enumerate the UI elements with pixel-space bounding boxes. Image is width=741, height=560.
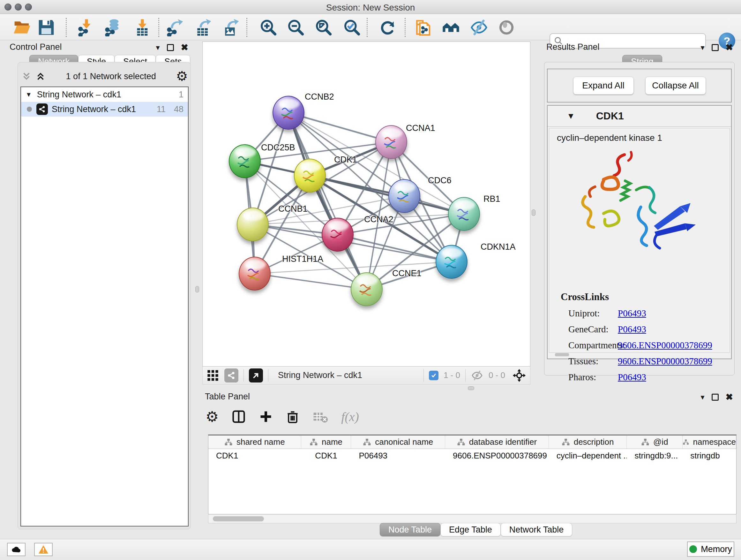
column-header-canonical-name[interactable]: canonical name — [351, 435, 445, 449]
houses-icon — [442, 18, 460, 37]
import-table-button[interactable] — [133, 18, 151, 37]
table-cell[interactable]: stringdb:9... — [627, 449, 683, 463]
import-network-database-button[interactable] — [104, 18, 123, 37]
crosslink-link[interactable]: P06493 — [618, 372, 646, 382]
table-cell[interactable]: stringdb — [683, 449, 736, 463]
network-node-CDC25B[interactable] — [229, 144, 261, 178]
table-row[interactable]: CDK1CDK1P064939606.ENSP00000378699cyclin… — [208, 449, 736, 463]
title-bar: Session: New Session — [0, 0, 741, 14]
bottom-splitter-handle[interactable] — [468, 386, 474, 390]
zoom-selected-icon — [343, 18, 361, 37]
network-node-CCNA1[interactable] — [375, 125, 407, 159]
expand-all-chevron-icon[interactable] — [35, 71, 46, 82]
network-node-CCNE1[interactable] — [351, 272, 383, 306]
column-header-name[interactable]: name — [301, 435, 351, 449]
expand-collapse-card: Expand All Collapse All — [547, 69, 732, 103]
add-column-icon[interactable] — [259, 410, 273, 424]
network-node-CCNA2[interactable] — [322, 218, 354, 252]
collapse-all-button[interactable]: Collapse All — [645, 77, 706, 95]
node-label-CDKN1A: CDKN1A — [481, 242, 516, 252]
graphics-details-button[interactable] — [497, 18, 516, 37]
table-cell[interactable]: cyclin–dependent ... — [549, 449, 627, 463]
network-node-CDK1[interactable] — [294, 159, 326, 192]
right-splitter-handle[interactable] — [532, 209, 536, 216]
network-canvas[interactable]: CCNB2CCNA1CDC25BCDK1CDC6RB1CCNB1CCNA2CDK… — [202, 42, 530, 367]
table-hscroll-thumb[interactable] — [213, 516, 264, 521]
crosslink-link[interactable]: 9606.ENSP00000378699 — [618, 356, 712, 367]
panel-menu-icon[interactable]: ▾ — [700, 43, 704, 52]
export-network-button[interactable] — [166, 18, 185, 37]
birdseye-toggle-button[interactable] — [206, 369, 219, 382]
zoom-in-icon — [259, 18, 278, 37]
close-panel-icon[interactable]: ✖ — [726, 42, 733, 53]
table-hscrollbar[interactable] — [208, 515, 737, 523]
column-header--id[interactable]: @id — [627, 435, 683, 449]
zoom-in-button[interactable] — [259, 18, 278, 37]
left-splitter-handle[interactable] — [195, 286, 199, 293]
network-node-CCNB2[interactable] — [273, 96, 305, 130]
table-cell[interactable]: 9606.ENSP00000378699 — [445, 449, 549, 463]
panel-menu-icon[interactable]: ▾ — [700, 393, 704, 401]
column-header-namespace[interactable]: namespace — [683, 435, 736, 449]
table-cell[interactable]: CDK1 — [208, 449, 301, 463]
close-panel-icon[interactable]: ✖ — [181, 42, 188, 53]
zoom-out-button[interactable] — [286, 18, 305, 37]
selected-checkbox-icon[interactable] — [429, 371, 439, 380]
panel-menu-icon[interactable]: ▾ — [156, 43, 159, 52]
crosslinks-section: CrossLinks Uniprot:P06493GeneCard:P06493… — [549, 291, 730, 382]
column-header-database-identifier[interactable]: database identifier — [445, 435, 549, 449]
memory-button[interactable]: Memory — [687, 542, 734, 557]
network-node-CCNB1[interactable] — [237, 207, 269, 241]
network-edge[interactable] — [255, 273, 367, 289]
results-hscroll-thumb[interactable] — [555, 353, 569, 356]
float-panel-icon[interactable] — [712, 394, 719, 401]
cloud-button[interactable] — [7, 543, 25, 556]
pan-mode-button[interactable] — [512, 368, 526, 382]
table-cell[interactable]: CDK1 — [301, 449, 351, 463]
houses-button[interactable] — [442, 18, 460, 37]
zoom-fit-button[interactable] — [314, 18, 333, 37]
tree-expander-icon[interactable]: ▼ — [25, 91, 32, 98]
network-row[interactable]: String Network – cdk1 11 48 — [21, 102, 188, 117]
delete-column-trash-icon[interactable] — [286, 410, 300, 424]
expand-all-button[interactable]: Expand All — [573, 77, 634, 95]
tab-network-table[interactable]: Network Table — [501, 523, 572, 537]
network-collection-row[interactable]: ▼ String Network – cdk1 1 — [21, 87, 188, 102]
network-node-RB1[interactable] — [448, 197, 480, 231]
network-node-CDC6[interactable] — [388, 179, 420, 213]
crosslink-link[interactable]: P06493 — [618, 324, 646, 334]
tab-edge-table[interactable]: Edge Table — [441, 523, 501, 537]
tab-node-table[interactable]: Node Table — [380, 523, 441, 537]
close-panel-icon[interactable]: ✖ — [726, 392, 733, 402]
crosslink-row: GeneCard:P06493 — [549, 324, 730, 334]
export-image-button[interactable] — [222, 18, 240, 37]
status-bar: Memory — [0, 539, 741, 560]
network-node-CDKN1A[interactable] — [435, 245, 468, 279]
table-settings-gear-icon[interactable]: ⚙ — [205, 410, 219, 423]
table-cell[interactable]: P06493 — [351, 449, 445, 463]
zoom-selected-button[interactable] — [343, 18, 361, 37]
warnings-button[interactable] — [34, 543, 53, 556]
network-node-HIST1H1A[interactable] — [239, 257, 271, 291]
column-header-description[interactable]: description — [549, 435, 627, 449]
new-network-from-selection-button[interactable] — [414, 18, 432, 37]
gear-icon[interactable]: ⚙ — [176, 70, 188, 83]
protein-card-header[interactable]: ▼ CDK1 — [548, 106, 731, 127]
crosslink-link[interactable]: P06493 — [618, 308, 646, 319]
export-table-button[interactable] — [194, 18, 212, 37]
table-type-tabs: Node TableEdge TableNetwork Table — [380, 523, 572, 537]
column-header-shared-name[interactable]: shared name — [208, 435, 301, 449]
detach-view-button[interactable] — [249, 368, 263, 382]
show-columns-icon[interactable] — [231, 409, 246, 424]
collapse-all-chevron-icon[interactable] — [21, 71, 32, 82]
float-panel-icon[interactable] — [167, 44, 174, 51]
collapse-protein-icon[interactable]: ▼ — [567, 111, 575, 121]
memory-status-dot — [689, 545, 697, 553]
hide-selected-button[interactable] — [470, 18, 488, 37]
float-panel-icon[interactable] — [712, 44, 719, 51]
save-session-button[interactable] — [37, 18, 56, 37]
crosslink-link[interactable]: 9606.ENSP00000378699 — [618, 340, 712, 351]
import-network-file-button[interactable] — [77, 18, 96, 37]
open-session-button[interactable] — [13, 18, 31, 37]
refresh-view-button[interactable] — [379, 18, 397, 37]
